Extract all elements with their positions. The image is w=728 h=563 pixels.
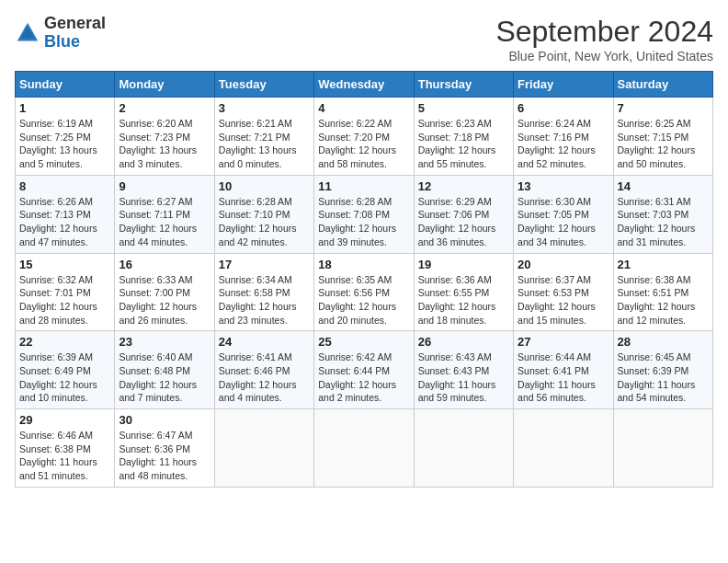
header-thursday: Thursday (414, 72, 513, 98)
day-info: Sunrise: 6:35 AM Sunset: 6:56 PM Dayligh… (318, 273, 409, 327)
title-block: September 2024 Blue Point, New York, Uni… (495, 15, 713, 63)
day-info: Sunrise: 6:23 AM Sunset: 7:18 PM Dayligh… (418, 117, 509, 171)
logo-text: General Blue (44, 15, 106, 52)
logo-icon (15, 20, 40, 46)
day-number: 25 (318, 335, 409, 349)
day-cell-11: 11 Sunrise: 6:28 AM Sunset: 7:08 PM Dayl… (314, 175, 414, 253)
day-info: Sunrise: 6:33 AM Sunset: 7:00 PM Dayligh… (119, 273, 210, 327)
day-cell-8: 8 Sunrise: 6:26 AM Sunset: 7:13 PM Dayli… (16, 175, 115, 253)
day-number: 11 (318, 179, 409, 193)
day-cell-20: 20 Sunrise: 6:37 AM Sunset: 6:53 PM Dayl… (514, 253, 613, 331)
day-number: 29 (19, 413, 110, 427)
day-cell-23: 23 Sunrise: 6:40 AM Sunset: 6:48 PM Dayl… (115, 331, 214, 409)
week-row-3: 15 Sunrise: 6:32 AM Sunset: 7:01 PM Dayl… (16, 253, 713, 331)
day-cell-24: 24 Sunrise: 6:41 AM Sunset: 6:46 PM Dayl… (214, 331, 313, 409)
day-cell-28: 28 Sunrise: 6:45 AM Sunset: 6:39 PM Dayl… (613, 331, 712, 409)
empty-cell (414, 409, 513, 488)
day-info: Sunrise: 6:20 AM Sunset: 7:23 PM Dayligh… (119, 117, 210, 171)
empty-cell (514, 409, 613, 488)
day-number: 14 (618, 179, 709, 193)
day-number: 12 (418, 179, 509, 193)
day-info: Sunrise: 6:37 AM Sunset: 6:53 PM Dayligh… (518, 273, 609, 327)
day-info: Sunrise: 6:31 AM Sunset: 7:03 PM Dayligh… (618, 195, 709, 249)
day-cell-9: 9 Sunrise: 6:27 AM Sunset: 7:11 PM Dayli… (115, 175, 214, 253)
day-cell-3: 3 Sunrise: 6:21 AM Sunset: 7:21 PM Dayli… (214, 98, 313, 176)
day-cell-30: 30 Sunrise: 6:47 AM Sunset: 6:36 PM Dayl… (115, 409, 214, 488)
calendar-table: Sunday Monday Tuesday Wednesday Thursday… (15, 71, 713, 488)
day-info: Sunrise: 6:34 AM Sunset: 6:58 PM Dayligh… (219, 273, 310, 327)
day-cell-4: 4 Sunrise: 6:22 AM Sunset: 7:20 PM Dayli… (314, 98, 414, 176)
day-number: 15 (19, 258, 110, 271)
empty-cell (613, 409, 712, 488)
day-cell-13: 13 Sunrise: 6:30 AM Sunset: 7:05 PM Dayl… (514, 175, 613, 253)
day-cell-14: 14 Sunrise: 6:31 AM Sunset: 7:03 PM Dayl… (613, 175, 712, 253)
day-number: 8 (19, 179, 110, 193)
day-cell-2: 2 Sunrise: 6:20 AM Sunset: 7:23 PM Dayli… (115, 98, 214, 176)
day-info: Sunrise: 6:29 AM Sunset: 7:06 PM Dayligh… (418, 195, 509, 249)
day-info: Sunrise: 6:27 AM Sunset: 7:11 PM Dayligh… (119, 195, 210, 249)
header-saturday: Saturday (613, 72, 712, 98)
day-number: 20 (518, 258, 609, 271)
page-header: General Blue September 2024 Blue Point, … (15, 15, 713, 63)
day-number: 13 (518, 179, 609, 193)
day-cell-7: 7 Sunrise: 6:25 AM Sunset: 7:15 PM Dayli… (613, 98, 712, 176)
day-cell-12: 12 Sunrise: 6:29 AM Sunset: 7:06 PM Dayl… (414, 175, 513, 253)
day-info: Sunrise: 6:38 AM Sunset: 6:51 PM Dayligh… (618, 273, 709, 327)
day-number: 9 (119, 179, 210, 193)
day-number: 28 (618, 335, 709, 349)
day-number: 5 (418, 101, 509, 115)
day-info: Sunrise: 6:26 AM Sunset: 7:13 PM Dayligh… (19, 195, 110, 249)
day-info: Sunrise: 6:44 AM Sunset: 6:41 PM Dayligh… (518, 350, 609, 405)
day-cell-15: 15 Sunrise: 6:32 AM Sunset: 7:01 PM Dayl… (16, 253, 115, 331)
empty-cell (314, 409, 414, 488)
day-number: 19 (418, 258, 509, 271)
day-number: 17 (219, 258, 310, 271)
day-info: Sunrise: 6:21 AM Sunset: 7:21 PM Dayligh… (219, 117, 310, 171)
day-cell-1: 1 Sunrise: 6:19 AM Sunset: 7:25 PM Dayli… (16, 98, 115, 176)
week-row-5: 29 Sunrise: 6:46 AM Sunset: 6:38 PM Dayl… (16, 409, 713, 488)
day-cell-19: 19 Sunrise: 6:36 AM Sunset: 6:55 PM Dayl… (414, 253, 513, 331)
day-info: Sunrise: 6:42 AM Sunset: 6:44 PM Dayligh… (318, 350, 409, 405)
day-number: 18 (318, 258, 409, 271)
day-cell-16: 16 Sunrise: 6:33 AM Sunset: 7:00 PM Dayl… (115, 253, 214, 331)
empty-cell (214, 409, 313, 488)
day-info: Sunrise: 6:41 AM Sunset: 6:46 PM Dayligh… (219, 350, 310, 405)
day-number: 4 (318, 101, 409, 115)
day-cell-6: 6 Sunrise: 6:24 AM Sunset: 7:16 PM Dayli… (514, 98, 613, 176)
header-wednesday: Wednesday (314, 72, 414, 98)
day-number: 21 (618, 258, 709, 271)
day-info: Sunrise: 6:46 AM Sunset: 6:38 PM Dayligh… (19, 429, 110, 483)
day-number: 23 (119, 335, 210, 349)
day-number: 16 (119, 258, 210, 271)
header-friday: Friday (514, 72, 613, 98)
logo: General Blue (15, 15, 106, 52)
day-number: 7 (618, 101, 709, 115)
day-info: Sunrise: 6:36 AM Sunset: 6:55 PM Dayligh… (418, 273, 509, 327)
day-cell-27: 27 Sunrise: 6:44 AM Sunset: 6:41 PM Dayl… (514, 331, 613, 409)
week-row-1: 1 Sunrise: 6:19 AM Sunset: 7:25 PM Dayli… (16, 98, 713, 176)
day-cell-18: 18 Sunrise: 6:35 AM Sunset: 6:56 PM Dayl… (314, 253, 414, 331)
day-number: 27 (518, 335, 609, 349)
day-cell-17: 17 Sunrise: 6:34 AM Sunset: 6:58 PM Dayl… (214, 253, 313, 331)
day-info: Sunrise: 6:47 AM Sunset: 6:36 PM Dayligh… (119, 429, 210, 483)
day-number: 2 (119, 101, 210, 115)
logo-blue: Blue (44, 32, 80, 51)
location: Blue Point, New York, United States (495, 49, 713, 63)
day-cell-10: 10 Sunrise: 6:28 AM Sunset: 7:10 PM Dayl… (214, 175, 313, 253)
day-number: 26 (418, 335, 509, 349)
weekday-header-row: Sunday Monday Tuesday Wednesday Thursday… (16, 72, 713, 98)
day-cell-5: 5 Sunrise: 6:23 AM Sunset: 7:18 PM Dayli… (414, 98, 513, 176)
day-info: Sunrise: 6:28 AM Sunset: 7:10 PM Dayligh… (219, 195, 310, 249)
day-cell-22: 22 Sunrise: 6:39 AM Sunset: 6:49 PM Dayl… (16, 331, 115, 409)
day-info: Sunrise: 6:30 AM Sunset: 7:05 PM Dayligh… (518, 195, 609, 249)
day-info: Sunrise: 6:40 AM Sunset: 6:48 PM Dayligh… (119, 350, 210, 405)
day-info: Sunrise: 6:24 AM Sunset: 7:16 PM Dayligh… (518, 117, 609, 171)
week-row-4: 22 Sunrise: 6:39 AM Sunset: 6:49 PM Dayl… (16, 331, 713, 409)
day-number: 1 (19, 101, 110, 115)
day-number: 6 (518, 101, 609, 115)
header-tuesday: Tuesday (214, 72, 313, 98)
day-info: Sunrise: 6:28 AM Sunset: 7:08 PM Dayligh… (318, 195, 409, 249)
day-number: 22 (19, 335, 110, 349)
day-info: Sunrise: 6:32 AM Sunset: 7:01 PM Dayligh… (19, 273, 110, 327)
day-cell-29: 29 Sunrise: 6:46 AM Sunset: 6:38 PM Dayl… (16, 409, 115, 488)
